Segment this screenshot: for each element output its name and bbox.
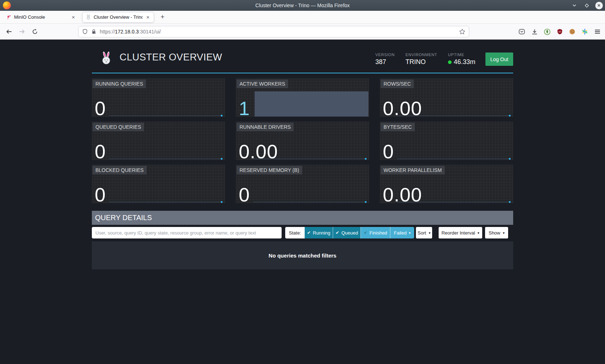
metric-card-running-queries: RUNNING QUERIES 0	[92, 78, 225, 117]
metric-value: 0	[95, 99, 106, 118]
tab-close-icon[interactable]: ×	[145, 14, 150, 20]
sparkline-baseline	[397, 159, 510, 159]
state-filter-label: State:	[285, 227, 305, 238]
chevron-down-icon: ▾	[429, 231, 430, 235]
metric-value: 0	[239, 186, 250, 204]
sparkline-baseline	[109, 202, 222, 202]
back-icon[interactable]	[4, 26, 14, 37]
tab-cluster-overview[interactable]: Cluster Overview - Trino ×	[82, 12, 154, 23]
uptime-block: UPTIME 46.33m	[448, 53, 475, 66]
container-asterisk-icon[interactable]	[581, 28, 589, 36]
toolbar-extensions: uO	[518, 24, 601, 40]
svg-text:uO: uO	[558, 31, 561, 33]
metric-card-bytes-per-sec: BYTES/SEC 0	[380, 122, 513, 160]
metric-value: 0.00	[239, 142, 278, 161]
reorder-interval-dropdown[interactable]: Reorder Interval ▾	[439, 227, 482, 238]
pocket-icon[interactable]	[518, 28, 526, 36]
metric-card-rows-per-sec: ROWS/SEC 0.00	[380, 78, 513, 117]
filter-finished-button[interactable]: ✔ Finished	[360, 227, 390, 238]
filter-running-button[interactable]: ✔ Running	[305, 227, 333, 238]
ublock-origin-icon[interactable]: uO	[556, 28, 564, 36]
url-path: :30141/ui/	[139, 29, 161, 35]
metric-label: BLOCKED QUERIES	[93, 166, 147, 174]
metric-card-runnable-drivers: RUNNABLE DRIVERS 0.00	[236, 122, 369, 160]
query-results-panel: No queries matched filters	[92, 241, 513, 269]
lock-warning-icon[interactable]	[91, 29, 97, 35]
url-bar[interactable]: https://172.18.0.3:30141/ui/	[78, 26, 469, 37]
forward-icon[interactable]	[17, 26, 27, 37]
uptime-value: 46.33m	[448, 58, 475, 66]
chevron-down-icon: ▾	[478, 231, 479, 235]
metric-label: RUNNING QUERIES	[93, 79, 146, 88]
query-filter-row: State: ✔ Running ✔ Queued ✔ Finished Fa	[92, 227, 513, 238]
bookmark-star-icon[interactable]	[459, 29, 465, 35]
check-icon: ✔	[364, 230, 367, 235]
metric-value: 0.00	[383, 186, 422, 204]
state-filter-group: State: ✔ Running ✔ Queued ✔ Finished Fa	[285, 227, 414, 238]
chevron-down-icon: ▾	[409, 231, 411, 235]
filter-failed-dropdown[interactable]: Failed ▾	[390, 227, 414, 238]
page-title: CLUSTER OVERVIEW	[120, 52, 222, 63]
check-icon: ✔	[307, 230, 311, 235]
reload-icon[interactable]	[30, 26, 40, 37]
cluster-meta: VERSION 387 ENVIRONMENT TRINO UPTIME 46.…	[375, 53, 513, 66]
metric-label: RESERVED MEMORY (B)	[237, 166, 302, 174]
query-search-input[interactable]	[92, 227, 282, 238]
check-icon: ✔	[336, 230, 339, 235]
version-block: VERSION 387	[375, 53, 395, 66]
window-title: Cluster Overview - Trino — Mozilla Firef…	[255, 3, 350, 8]
sparkline-baseline	[253, 202, 366, 202]
cookie-icon[interactable]	[568, 28, 576, 36]
metric-card-worker-parallelism: WORKER PARALLELISM 0.00	[380, 165, 513, 203]
metric-value: 0	[95, 142, 106, 161]
metric-label: ACTIVE WORKERS	[237, 79, 288, 88]
chevron-down-icon: ▾	[503, 231, 505, 235]
sort-dropdown[interactable]: Sort ▾	[416, 227, 432, 238]
firefox-logo-icon	[3, 1, 11, 9]
environment-label: ENVIRONMENT	[405, 53, 437, 57]
uptime-label: UPTIME	[448, 53, 475, 57]
window-controls	[570, 0, 603, 11]
environment-value: TRINO	[405, 58, 437, 66]
menu-hamburger-icon[interactable]	[593, 28, 601, 36]
minio-flamingo-icon	[6, 15, 11, 20]
metric-card-active-workers: ACTIVE WORKERS 1	[236, 78, 369, 117]
filter-queued-button[interactable]: ✔ Queued	[333, 227, 360, 238]
window-minimize-icon[interactable]	[570, 1, 578, 9]
metrics-grid: RUNNING QUERIES 0 ACTIVE WORKERS 1 ROWS/…	[92, 78, 513, 203]
sparkline-baseline	[109, 115, 222, 116]
tracking-shield-icon[interactable]	[82, 28, 88, 35]
window-close-icon[interactable]	[595, 1, 603, 9]
metric-label: BYTES/SEC	[381, 123, 415, 131]
trino-page: CLUSTER OVERVIEW VERSION 387 ENVIRONMENT…	[0, 40, 605, 364]
tab-strip: MinIO Console × Cluster Overview - Trino…	[0, 11, 605, 24]
logout-button[interactable]: Log Out	[485, 53, 513, 66]
url-scheme: https://	[100, 29, 115, 35]
tab-minio-console[interactable]: MinIO Console ×	[3, 12, 79, 23]
metric-label: WORKER PARALLELISM	[381, 166, 445, 174]
tab-close-icon[interactable]: ×	[71, 14, 76, 20]
metric-card-blocked-queries: BLOCKED QUERIES 0	[92, 165, 225, 203]
tab-label: Cluster Overview - Trino	[94, 14, 143, 20]
url-host: 172.18.0.3	[115, 29, 139, 35]
browser-toolbar: https://172.18.0.3:30141/ui/ uO	[0, 24, 605, 40]
privacy-badger-icon[interactable]	[543, 28, 551, 36]
version-value: 387	[375, 58, 395, 66]
query-details-header: QUERY DETAILS	[92, 211, 513, 225]
new-tab-button[interactable]: +	[158, 13, 167, 21]
metric-value: 0	[95, 186, 106, 204]
uptime-status-dot	[448, 60, 452, 64]
tab-label: MinIO Console	[14, 14, 68, 20]
metric-label: RUNNABLE DRIVERS	[237, 123, 293, 131]
trino-header: CLUSTER OVERVIEW VERSION 387 ENVIRONMENT…	[92, 40, 513, 73]
metric-value: 1	[239, 99, 250, 118]
environment-block: ENVIRONMENT TRINO	[405, 53, 437, 66]
show-dropdown[interactable]: Show ▾	[485, 227, 508, 238]
window-maximize-icon[interactable]	[583, 1, 591, 9]
downloads-icon[interactable]	[530, 28, 538, 36]
metric-value: 0	[383, 142, 394, 161]
trino-bunny-favicon	[86, 14, 91, 20]
sparkline-area-fill	[255, 91, 368, 117]
version-label: VERSION	[375, 53, 395, 57]
metric-label: ROWS/SEC	[381, 79, 414, 88]
